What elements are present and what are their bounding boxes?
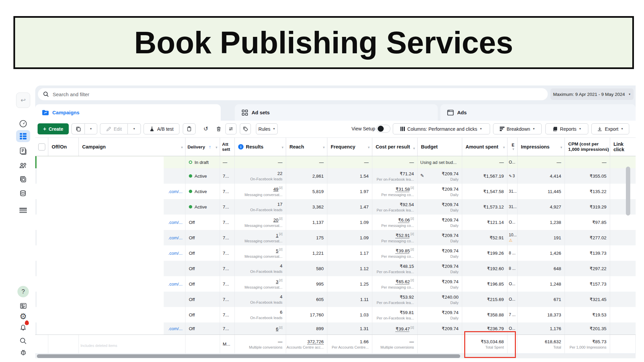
campaigns-table-icon[interactable] <box>16 130 30 142</box>
account-overview-gauge-icon[interactable] <box>16 117 30 130</box>
create-button[interactable]: +Create <box>38 123 69 134</box>
header-impressions[interactable]: Impressions▼ <box>518 138 565 156</box>
tab-campaigns[interactable]: Campaigns <box>35 104 221 121</box>
campaign-link[interactable]: .com/... <box>168 251 182 256</box>
ends-cell: 31... <box>507 199 518 215</box>
frequency-cell: 1.47 <box>327 199 372 215</box>
edit-button[interactable]: Edit <box>100 123 127 134</box>
breakdown-button[interactable]: Breakdown▼ <box>493 123 542 134</box>
chevron-down-icon: ▼ <box>533 127 535 130</box>
header-reach[interactable]: Reach▼ <box>286 138 327 156</box>
date-range-selector[interactable]: Maximum: 9 Apr 2021 - 9 May 2024 ▼ <box>550 88 634 100</box>
sidebar-search-icon[interactable] <box>16 335 30 347</box>
campaign-link[interactable]: .com/... <box>168 326 182 331</box>
attribution-cell: 7... <box>220 184 235 199</box>
delete-button[interactable] <box>213 123 224 134</box>
budget-cell[interactable]: ₹209.74Daily <box>418 276 462 292</box>
reports-button[interactable]: Reports▼ <box>545 123 588 134</box>
cost-per-result-cell: ₹31.58[2]Per messaging co... <box>372 184 418 199</box>
search-bar[interactable] <box>38 88 548 100</box>
vertical-scrollbar-thumb[interactable] <box>626 167 630 216</box>
notifications-bell-icon[interactable] <box>16 321 30 334</box>
tag-button[interactable] <box>240 123 251 134</box>
sort-caret-icon[interactable]: ▼ <box>512 147 515 151</box>
sort-caret-icon[interactable]: ▼ <box>502 146 505 149</box>
campaign-link[interactable]: .com/... <box>168 220 182 225</box>
billing-icon[interactable] <box>16 187 30 200</box>
campaign-link[interactable]: .com/... <box>168 235 182 240</box>
sort-caret-icon[interactable]: ▼ <box>281 146 284 149</box>
tab-adsets[interactable]: Ad sets <box>235 104 438 121</box>
view-setup-toggle[interactable] <box>376 125 390 133</box>
cost-per-result-cell: ₹52.91[2]Per messaging co... <box>372 230 418 245</box>
sort-caret-icon[interactable]: ▼ <box>322 146 325 149</box>
ab-test-button[interactable]: A/B test <box>144 123 179 134</box>
cpm-cell: ₹297.22 <box>565 261 610 276</box>
edit-dropdown[interactable]: ▼ <box>127 123 141 134</box>
header-results[interactable]: iResults▼ <box>235 138 286 156</box>
info-icon[interactable]: i <box>238 144 244 149</box>
budget-cell[interactable]: ₹209.74 <box>418 322 462 335</box>
sort-caret-icon[interactable]: ▼ <box>560 146 563 149</box>
campaign-link[interactable]: .com/... <box>168 189 182 194</box>
nav-collapse-button[interactable]: ↩ <box>16 93 30 108</box>
header-campaign[interactable]: Campaign▼ <box>79 138 185 156</box>
frequency-cell: 1.97 <box>327 184 372 199</box>
select-all-checkbox-cell[interactable] <box>35 138 48 156</box>
duplicate-dropdown[interactable]: ▼ <box>85 123 97 134</box>
sort-caret-icon[interactable]: ▼ <box>367 146 370 149</box>
export-button[interactable]: Export▼ <box>591 123 629 134</box>
report-bug-icon[interactable] <box>16 346 30 359</box>
budget-cell[interactable]: ₹209.74Daily <box>418 215 462 230</box>
code-export-button[interactable] <box>225 123 236 134</box>
header-cpm[interactable]: CPM (cost per 1,000 impressions)▼ <box>565 138 610 156</box>
horizontal-scrollbar-thumb[interactable] <box>37 354 460 358</box>
ab-test-label: A/B test <box>157 126 173 132</box>
rules-button[interactable]: Rules▼ <box>256 123 278 134</box>
audiences-icon[interactable] <box>16 159 30 172</box>
header-frequency[interactable]: Frequency▼ <box>327 138 372 156</box>
budget-cell[interactable]: ₹209.74Daily <box>418 230 462 245</box>
help-icon[interactable]: ? <box>16 285 30 298</box>
budget-cell[interactable]: ₹209.74Daily <box>418 307 462 322</box>
undo-button[interactable]: ↺ <box>201 123 211 134</box>
duplicate-button[interactable] <box>71 123 85 134</box>
campaign-link[interactable]: .com/... <box>168 282 182 287</box>
header-amount-spent[interactable]: Amount spent▼ <box>462 138 507 156</box>
budget-cell[interactable]: ₹209.74Daily <box>418 245 462 261</box>
header-ends[interactable]: E▼ <box>507 138 518 156</box>
ads-reporting-icon[interactable] <box>16 145 30 158</box>
reach-cell: 5,819 <box>286 184 327 199</box>
paste-button[interactable] <box>183 123 196 134</box>
tab-ads[interactable]: Ads <box>440 104 636 121</box>
header-cost-per-result[interactable]: Cost per result▼ <box>372 138 418 156</box>
cost-per-result-cell: ₹39.85[2]Per messaging co... <box>372 245 418 261</box>
sort-caret-icon[interactable]: ▼ <box>605 146 608 151</box>
all-tools-menu-icon[interactable] <box>16 202 30 215</box>
search-input[interactable] <box>53 92 522 97</box>
sort-caret-icon[interactable]: ▼ <box>215 146 218 149</box>
budget-cell[interactable]: ₹209.74Daily <box>418 261 462 276</box>
budget-cell[interactable]: ✎₹209.74Daily <box>418 168 462 184</box>
footer-cost-per-result: —Multiple conversions <box>372 335 418 353</box>
header-link-clicks[interactable]: Link click <box>610 138 636 156</box>
edit-pencil-icon[interactable]: ✎ <box>420 173 424 178</box>
checkbox[interactable] <box>38 143 45 150</box>
results-cell: 5[2]Messaging conversat... <box>235 245 286 261</box>
cpm-cell: ₹139.73 <box>565 245 610 261</box>
cost-per-result-cell: ₹39.47[2] <box>372 322 418 335</box>
delivery-status: Off <box>189 266 195 271</box>
sort-caret-icon[interactable]: ▼ <box>180 146 183 149</box>
header-delivery[interactable]: Delivery↑▼ <box>185 138 220 156</box>
budget-cell[interactable]: Using ad set bud... <box>418 156 462 168</box>
budget-cell[interactable]: ₹209.74Daily <box>418 199 462 215</box>
warning-icon[interactable]: ⚠ <box>509 238 517 243</box>
sort-caret-icon[interactable]: ▼ <box>413 146 416 152</box>
horizontal-scrollbar-track[interactable] <box>35 354 636 358</box>
creative-hub-icon[interactable] <box>16 173 30 186</box>
budget-cell[interactable]: ₹240.00Daily <box>418 292 462 307</box>
header-attribution[interactable]: Attsett <box>220 138 235 156</box>
columns-button[interactable]: Columns: Performance and clicks▼ <box>393 123 490 134</box>
budget-cell[interactable]: ₹209.74Daily <box>418 184 462 199</box>
header-budget[interactable]: Budget <box>418 138 462 156</box>
